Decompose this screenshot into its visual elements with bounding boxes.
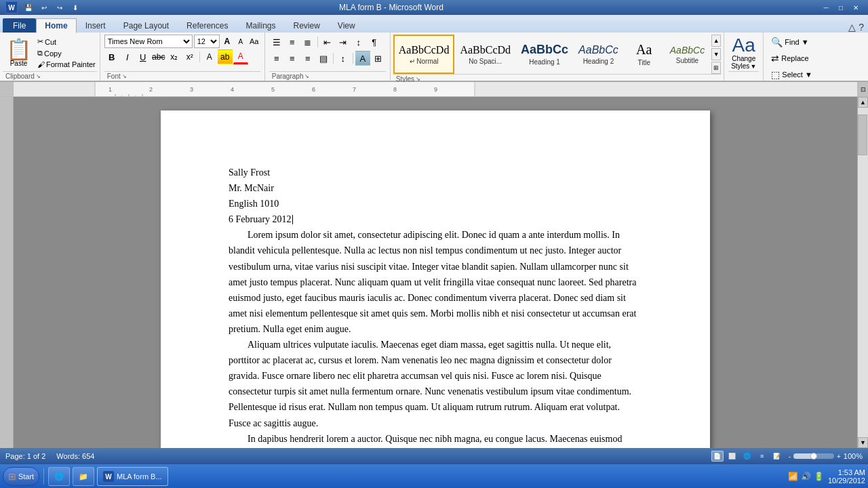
svg-text:1: 1 (108, 86, 112, 93)
scroll-thumb[interactable] (858, 115, 867, 155)
align-left-btn[interactable]: ≡ (269, 51, 284, 66)
tray-network-icon[interactable]: 📶 (788, 472, 798, 481)
draft-btn[interactable]: 📝 (771, 451, 783, 462)
styles-more-btn[interactable]: ⊞ (711, 62, 721, 74)
ribbon-collapse-btn[interactable]: △ (848, 22, 856, 33)
align-center-btn[interactable]: ≡ (285, 51, 300, 66)
multilevel-btn[interactable]: ≣ (300, 35, 315, 49)
zoom-out-btn[interactable]: - (789, 453, 791, 460)
shading-btn[interactable]: A (355, 51, 370, 66)
justify-btn[interactable]: ▤ (316, 51, 331, 66)
tab-home[interactable]: Home (36, 18, 76, 33)
redo-quick-btn[interactable]: ↪ (53, 2, 66, 13)
tab-insert[interactable]: Insert (77, 18, 115, 33)
italic-btn[interactable]: I (120, 49, 135, 64)
line-spacing-btn[interactable]: ↕ (336, 51, 351, 66)
clipboard-expand-icon[interactable]: ↘ (36, 73, 41, 79)
minimize-btn[interactable]: ─ (819, 2, 833, 13)
document-scroll[interactable]: Sally Frost Mr. McNair English 1010 6 Fe… (14, 97, 857, 448)
svg-text:9: 9 (434, 86, 437, 93)
undo-quick-btn[interactable]: ↩ (37, 2, 51, 13)
svg-text:5: 5 (271, 86, 275, 93)
underline-btn[interactable]: U (136, 49, 151, 64)
save-quick-btn[interactable]: 💾 (22, 2, 35, 13)
copy-button[interactable]: ⧉Copy (36, 48, 97, 58)
vertical-scrollbar[interactable]: ▲ ▼ (857, 97, 868, 448)
left-margin (0, 97, 14, 448)
decrease-indent-btn[interactable]: ⇤ (320, 35, 335, 49)
tab-file[interactable]: File (3, 18, 36, 33)
customize-quick-btn[interactable]: ⬇ (68, 2, 82, 13)
increase-indent-btn[interactable]: ⇥ (336, 35, 351, 49)
ruler-corner[interactable]: ⊡ (857, 82, 868, 96)
show-formatting-btn[interactable]: ¶ (367, 35, 382, 49)
text-effect-btn[interactable]: A (202, 49, 217, 64)
ie-icon: 🌐 (54, 472, 64, 481)
tray-battery-icon[interactable]: 🔋 (814, 472, 824, 481)
taskbar-explorer[interactable]: 📁 (73, 467, 94, 486)
style-heading1[interactable]: AaBbCc Heading 1 (516, 35, 573, 74)
web-layout-btn[interactable]: 🌐 (741, 451, 753, 462)
font-size-decrease-btn[interactable]: A (235, 35, 247, 47)
tab-view[interactable]: View (329, 18, 364, 33)
zoom-slider[interactable] (793, 453, 834, 459)
paragraph-expand-icon[interactable]: ↘ (304, 73, 309, 79)
numbering-btn[interactable]: ≡ (285, 35, 300, 49)
tray-volume-icon[interactable]: 🔊 (801, 472, 811, 481)
bold-btn[interactable]: B (104, 49, 119, 64)
start-button[interactable]: ⊞ Start (3, 467, 39, 486)
borders-btn[interactable]: ⊞ (371, 51, 386, 66)
superscript-btn[interactable]: x² (182, 49, 197, 64)
tab-review[interactable]: Review (284, 18, 328, 33)
style-title[interactable]: Aa Title (624, 35, 665, 74)
style-no-spacing[interactable]: AaBbCcDd No Spaci... (455, 35, 515, 74)
zoom-level: 100% (844, 452, 863, 460)
style-normal[interactable]: AaBbCcDd ↵ Normal (393, 35, 455, 74)
taskbar-ie[interactable]: 🌐 (48, 467, 70, 486)
ruler: 1 2 3 4 5 6 7 8 9 ⊡ (0, 82, 868, 97)
tab-references[interactable]: References (178, 18, 237, 33)
strikethrough-btn[interactable]: abc (151, 49, 166, 64)
styles-scroll-down-btn[interactable]: ▼ (711, 48, 721, 60)
svg-text:6: 6 (312, 86, 315, 93)
print-layout-btn[interactable]: 📄 (711, 451, 724, 462)
select-button[interactable]: ⬚ Select ▼ (768, 67, 816, 82)
tab-mailings[interactable]: Mailings (237, 18, 284, 33)
style-subtitle[interactable]: AaBbCc Subtitle (665, 35, 709, 74)
change-styles-button[interactable]: Aa Change Styles▼ (728, 35, 759, 71)
zoom-in-btn[interactable]: + (837, 453, 841, 460)
clear-format-btn[interactable]: Aa (248, 35, 260, 47)
scroll-down-btn[interactable]: ▼ (858, 437, 868, 448)
styles-expand-icon[interactable]: ↘ (416, 76, 420, 82)
bullets-btn[interactable]: ☰ (269, 35, 284, 49)
taskbar-word[interactable]: W MLA form B... (97, 467, 168, 486)
taskbar-separator (43, 468, 44, 485)
font-name-select[interactable]: Times New Rom (104, 35, 193, 48)
clock[interactable]: 1:53 AM 10/29/2012 (828, 468, 865, 485)
close-btn[interactable]: ✕ (849, 2, 863, 13)
replace-button[interactable]: ⇄ Replace (768, 51, 816, 66)
font-color-btn[interactable]: A (233, 49, 248, 64)
window-title: MLA form B - Microsoft Word (256, 3, 527, 12)
sort-btn[interactable]: ↕ (351, 35, 366, 49)
font-size-select[interactable]: 12 (194, 35, 220, 48)
maximize-btn[interactable]: □ (834, 2, 848, 13)
styles-scroll-up-btn[interactable]: ▲ (711, 35, 721, 47)
subscript-btn[interactable]: x₂ (167, 49, 182, 64)
format-painter-button[interactable]: 🖌Format Painter (36, 60, 97, 69)
instructor-line: Mr. McNair (229, 180, 642, 196)
scroll-up-btn[interactable]: ▲ (858, 97, 868, 108)
tab-pagelayout[interactable]: Page Layout (115, 18, 178, 33)
cut-button[interactable]: ✂Cut (36, 37, 97, 47)
align-right-btn[interactable]: ≡ (300, 51, 315, 66)
outline-btn[interactable]: ≡ (756, 451, 768, 462)
font-size-increase-btn[interactable]: A (221, 35, 233, 47)
style-heading2[interactable]: AaBbCc Heading 2 (574, 35, 623, 74)
font-expand-icon[interactable]: ↘ (122, 73, 127, 79)
find-button[interactable]: 🔍 Find ▼ (768, 35, 816, 49)
help-btn[interactable]: ? (859, 22, 864, 33)
paste-button[interactable]: 📋 Paste (3, 37, 35, 69)
highlight-btn[interactable]: ab (218, 49, 233, 64)
scroll-track[interactable] (858, 108, 868, 437)
full-screen-btn[interactable]: ⬜ (726, 451, 738, 462)
